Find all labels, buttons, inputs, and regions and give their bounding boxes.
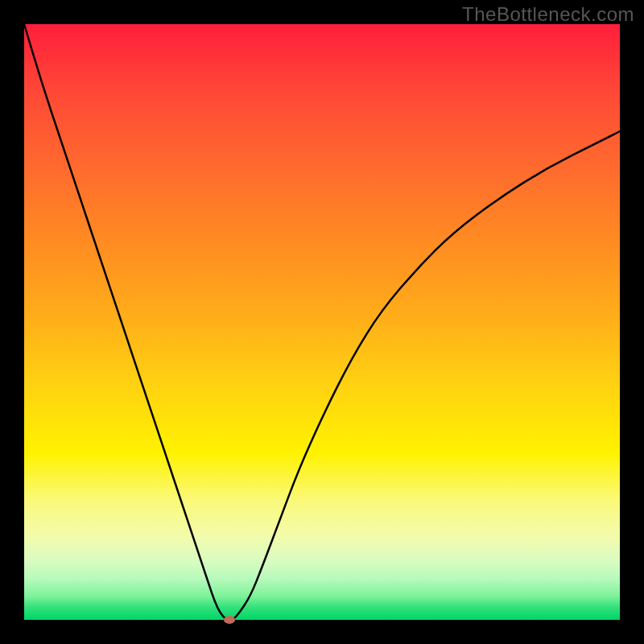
curve-path bbox=[24, 24, 620, 620]
bottleneck-curve bbox=[24, 24, 620, 620]
chart-stage: TheBottleneck.com bbox=[0, 0, 644, 644]
watermark-label: TheBottleneck.com bbox=[462, 3, 634, 26]
minimum-marker bbox=[224, 616, 235, 624]
